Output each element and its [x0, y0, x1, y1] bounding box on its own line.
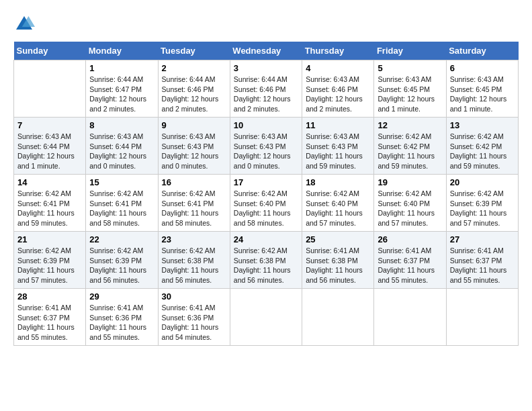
day-info: Sunrise: 6:42 AM Sunset: 6:38 PM Dayligh… [234, 246, 298, 285]
calendar-cell: 11Sunrise: 6:43 AM Sunset: 6:43 PM Dayli… [302, 118, 374, 175]
logo-icon [13, 13, 35, 35]
day-info: Sunrise: 6:44 AM Sunset: 6:46 PM Dayligh… [162, 75, 226, 114]
day-number: 3 [234, 63, 298, 73]
day-number: 18 [306, 177, 370, 187]
day-info: Sunrise: 6:41 AM Sunset: 6:37 PM Dayligh… [450, 246, 515, 285]
calendar-cell: 10Sunrise: 6:43 AM Sunset: 6:43 PM Dayli… [230, 118, 302, 175]
calendar-body: 1Sunrise: 6:44 AM Sunset: 6:47 PM Daylig… [14, 60, 519, 346]
day-info: Sunrise: 6:42 AM Sunset: 6:39 PM Dayligh… [450, 189, 515, 228]
day-number: 8 [89, 120, 154, 130]
day-number: 4 [306, 63, 370, 73]
calendar-cell: 28Sunrise: 6:41 AM Sunset: 6:37 PM Dayli… [14, 289, 86, 346]
day-info: Sunrise: 6:44 AM Sunset: 6:46 PM Dayligh… [234, 75, 298, 114]
day-number: 26 [378, 234, 442, 244]
calendar-cell: 26Sunrise: 6:41 AM Sunset: 6:37 PM Dayli… [374, 232, 446, 289]
calendar-cell [446, 289, 518, 346]
calendar-header-wednesday: Wednesday [230, 42, 302, 60]
day-info: Sunrise: 6:43 AM Sunset: 6:45 PM Dayligh… [450, 75, 515, 114]
day-info: Sunrise: 6:43 AM Sunset: 6:46 PM Dayligh… [306, 75, 370, 114]
calendar-cell: 27Sunrise: 6:41 AM Sunset: 6:37 PM Dayli… [446, 232, 518, 289]
calendar-cell: 3Sunrise: 6:44 AM Sunset: 6:46 PM Daylig… [230, 60, 302, 118]
day-number: 19 [378, 177, 442, 187]
calendar-week-row: 14Sunrise: 6:42 AM Sunset: 6:41 PM Dayli… [14, 175, 519, 232]
day-info: Sunrise: 6:41 AM Sunset: 6:38 PM Dayligh… [306, 246, 370, 285]
day-info: Sunrise: 6:42 AM Sunset: 6:38 PM Dayligh… [162, 246, 226, 285]
day-info: Sunrise: 6:41 AM Sunset: 6:37 PM Dayligh… [378, 246, 442, 285]
calendar-cell: 20Sunrise: 6:42 AM Sunset: 6:39 PM Dayli… [446, 175, 518, 232]
calendar-cell [374, 289, 446, 346]
calendar-cell: 25Sunrise: 6:41 AM Sunset: 6:38 PM Dayli… [302, 232, 374, 289]
day-number: 30 [162, 291, 226, 302]
day-number: 13 [450, 120, 515, 130]
day-number: 16 [162, 177, 226, 187]
day-info: Sunrise: 6:42 AM Sunset: 6:41 PM Dayligh… [17, 189, 82, 228]
calendar-cell: 12Sunrise: 6:42 AM Sunset: 6:42 PM Dayli… [374, 118, 446, 175]
calendar-cell: 4Sunrise: 6:43 AM Sunset: 6:46 PM Daylig… [302, 60, 374, 118]
day-number: 28 [17, 291, 82, 302]
day-info: Sunrise: 6:42 AM Sunset: 6:42 PM Dayligh… [450, 132, 515, 171]
day-info: Sunrise: 6:42 AM Sunset: 6:40 PM Dayligh… [306, 189, 370, 228]
day-info: Sunrise: 6:42 AM Sunset: 6:41 PM Dayligh… [89, 189, 154, 228]
day-number: 7 [17, 120, 82, 130]
page-header [13, 13, 519, 35]
day-info: Sunrise: 6:42 AM Sunset: 6:39 PM Dayligh… [17, 246, 82, 285]
calendar-cell: 16Sunrise: 6:42 AM Sunset: 6:41 PM Dayli… [158, 175, 230, 232]
day-number: 5 [378, 63, 442, 73]
calendar-week-row: 7Sunrise: 6:43 AM Sunset: 6:44 PM Daylig… [14, 118, 519, 175]
day-number: 12 [378, 120, 442, 130]
day-number: 1 [89, 63, 154, 73]
calendar-cell: 21Sunrise: 6:42 AM Sunset: 6:39 PM Dayli… [14, 232, 86, 289]
day-number: 27 [450, 234, 515, 244]
day-number: 2 [162, 63, 226, 73]
day-info: Sunrise: 6:43 AM Sunset: 6:44 PM Dayligh… [17, 132, 82, 171]
calendar-cell: 17Sunrise: 6:42 AM Sunset: 6:40 PM Dayli… [230, 175, 302, 232]
calendar-table: SundayMondayTuesdayWednesdayThursdayFrid… [13, 42, 519, 346]
day-info: Sunrise: 6:42 AM Sunset: 6:40 PM Dayligh… [234, 189, 298, 228]
day-info: Sunrise: 6:43 AM Sunset: 6:44 PM Dayligh… [89, 132, 154, 171]
day-info: Sunrise: 6:44 AM Sunset: 6:47 PM Dayligh… [89, 75, 154, 114]
calendar-cell: 5Sunrise: 6:43 AM Sunset: 6:45 PM Daylig… [374, 60, 446, 118]
day-info: Sunrise: 6:42 AM Sunset: 6:39 PM Dayligh… [89, 246, 154, 285]
day-number: 24 [234, 234, 298, 244]
calendar-cell: 1Sunrise: 6:44 AM Sunset: 6:47 PM Daylig… [86, 60, 158, 118]
day-number: 20 [450, 177, 515, 187]
calendar-header-saturday: Saturday [446, 42, 518, 60]
calendar-cell: 8Sunrise: 6:43 AM Sunset: 6:44 PM Daylig… [86, 118, 158, 175]
day-number: 11 [306, 120, 370, 130]
day-number: 9 [162, 120, 226, 130]
calendar-cell: 13Sunrise: 6:42 AM Sunset: 6:42 PM Dayli… [446, 118, 518, 175]
calendar-cell: 30Sunrise: 6:41 AM Sunset: 6:36 PM Dayli… [158, 289, 230, 346]
day-number: 10 [234, 120, 298, 130]
day-info: Sunrise: 6:42 AM Sunset: 6:41 PM Dayligh… [162, 189, 226, 228]
calendar-cell: 15Sunrise: 6:42 AM Sunset: 6:41 PM Dayli… [86, 175, 158, 232]
calendar-cell: 29Sunrise: 6:41 AM Sunset: 6:36 PM Dayli… [86, 289, 158, 346]
day-info: Sunrise: 6:42 AM Sunset: 6:42 PM Dayligh… [378, 132, 442, 171]
day-number: 15 [89, 177, 154, 187]
day-info: Sunrise: 6:41 AM Sunset: 6:36 PM Dayligh… [89, 303, 154, 342]
calendar-week-row: 21Sunrise: 6:42 AM Sunset: 6:39 PM Dayli… [14, 232, 519, 289]
calendar-header-sunday: Sunday [14, 42, 86, 60]
day-info: Sunrise: 6:41 AM Sunset: 6:37 PM Dayligh… [17, 303, 82, 342]
day-number: 23 [162, 234, 226, 244]
calendar-header-row: SundayMondayTuesdayWednesdayThursdayFrid… [14, 42, 519, 60]
calendar-cell: 7Sunrise: 6:43 AM Sunset: 6:44 PM Daylig… [14, 118, 86, 175]
day-info: Sunrise: 6:42 AM Sunset: 6:40 PM Dayligh… [378, 189, 442, 228]
calendar-cell: 24Sunrise: 6:42 AM Sunset: 6:38 PM Dayli… [230, 232, 302, 289]
day-info: Sunrise: 6:41 AM Sunset: 6:36 PM Dayligh… [162, 303, 226, 342]
calendar-week-row: 28Sunrise: 6:41 AM Sunset: 6:37 PM Dayli… [14, 289, 519, 346]
calendar-cell: 14Sunrise: 6:42 AM Sunset: 6:41 PM Dayli… [14, 175, 86, 232]
calendar-cell: 18Sunrise: 6:42 AM Sunset: 6:40 PM Dayli… [302, 175, 374, 232]
day-info: Sunrise: 6:43 AM Sunset: 6:45 PM Dayligh… [378, 75, 442, 114]
calendar-cell: 2Sunrise: 6:44 AM Sunset: 6:46 PM Daylig… [158, 60, 230, 118]
calendar-cell [302, 289, 374, 346]
calendar-cell: 9Sunrise: 6:43 AM Sunset: 6:43 PM Daylig… [158, 118, 230, 175]
day-number: 22 [89, 234, 154, 244]
calendar-header-thursday: Thursday [302, 42, 374, 60]
day-number: 17 [234, 177, 298, 187]
day-number: 14 [17, 177, 82, 187]
calendar-week-row: 1Sunrise: 6:44 AM Sunset: 6:47 PM Daylig… [14, 60, 519, 118]
calendar-cell: 6Sunrise: 6:43 AM Sunset: 6:45 PM Daylig… [446, 60, 518, 118]
logo [13, 13, 38, 35]
calendar-cell: 19Sunrise: 6:42 AM Sunset: 6:40 PM Dayli… [374, 175, 446, 232]
day-number: 21 [17, 234, 82, 244]
